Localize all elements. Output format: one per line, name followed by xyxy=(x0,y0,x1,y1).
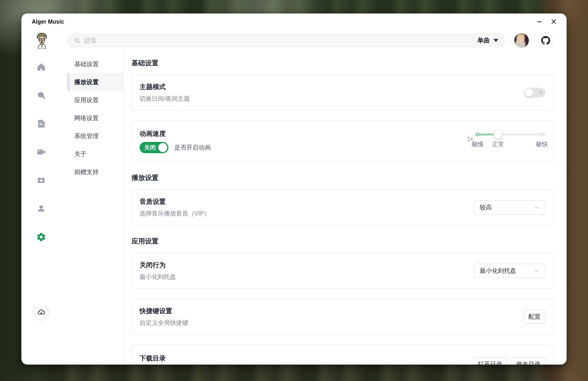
theme-toggle[interactable] xyxy=(524,88,546,98)
nav-mv[interactable] xyxy=(36,147,46,157)
audio-quality-card: 音质设置 选择音乐播放音质（VIP） 较高 xyxy=(131,189,554,225)
settings-content: 基础设置 主题模式 切换日间/夜间主题 动画速度 xyxy=(124,51,567,364)
close-behavior-title: 关闭行为 xyxy=(140,261,176,270)
minimize-icon xyxy=(536,18,543,25)
video-icon xyxy=(36,147,46,157)
settings-gear-icon xyxy=(36,232,46,242)
user-icon xyxy=(36,204,46,214)
open-directory-button[interactable]: 打开目录 xyxy=(473,357,507,364)
nav-home[interactable] xyxy=(36,62,46,72)
close-button[interactable] xyxy=(550,18,558,25)
search-type-label: 单曲 xyxy=(477,36,490,45)
nav-favorites[interactable] xyxy=(36,175,46,185)
search-bar[interactable]: 单曲 xyxy=(67,34,505,47)
slider-mark-fast: 极快 xyxy=(536,140,548,148)
close-icon xyxy=(551,19,557,25)
animation-speed-slider: 1x 极慢 正常 极快 xyxy=(467,130,546,148)
close-behavior-select[interactable]: 最小化到托盘 xyxy=(474,264,546,278)
menu-item-basic[interactable]: 基础设置 xyxy=(67,55,123,73)
sun-icon xyxy=(538,90,544,95)
animation-switch[interactable]: 关闭 xyxy=(140,142,168,153)
main-area: 基础设置 播放设置 应用设置 网络设置 系统管理 关于 捐赠支持 基础设置 主题… xyxy=(21,51,567,364)
audio-quality-select[interactable]: 较高 xyxy=(474,200,546,215)
chevron-down-icon xyxy=(534,205,540,210)
github-button[interactable] xyxy=(538,33,553,48)
user-avatar[interactable] xyxy=(514,33,529,48)
animation-switch-label: 关闭 xyxy=(144,144,156,152)
menu-item-about[interactable]: 关于 xyxy=(67,145,123,163)
minimize-button[interactable] xyxy=(536,18,543,25)
menu-item-network[interactable]: 网络设置 xyxy=(67,109,123,127)
change-directory-button[interactable]: 修改目录 xyxy=(511,357,546,364)
audio-quality-title: 音质设置 xyxy=(140,197,210,206)
search-icon xyxy=(74,37,81,44)
animation-switch-knob[interactable] xyxy=(158,143,167,152)
hotkey-title: 快捷键设置 xyxy=(140,306,188,316)
slider-mark-normal: 正常 xyxy=(492,140,504,148)
slider-mark-slow: 极慢 xyxy=(472,140,484,148)
download-dir-card: 下载目录 打开目录 修改目录 xyxy=(131,344,554,364)
download-manager-button[interactable] xyxy=(34,305,49,320)
home-icon xyxy=(36,62,46,72)
theme-mode-desc: 切换日间/夜间主题 xyxy=(140,95,190,103)
github-icon xyxy=(541,36,550,45)
window-controls xyxy=(536,18,558,25)
app-logo xyxy=(35,32,48,49)
search-type-selector[interactable]: 单曲 xyxy=(477,36,498,45)
settings-menu: 基础设置 播放设置 应用设置 网络设置 系统管理 关于 捐赠支持 xyxy=(61,51,124,364)
audio-quality-desc: 选择音乐播放音质（VIP） xyxy=(140,210,210,217)
animation-speed-title: 动画速度 xyxy=(140,129,211,138)
search-nav-icon xyxy=(36,90,46,100)
slider-start-dot xyxy=(476,133,480,136)
hotkey-config-button[interactable]: 配置 xyxy=(523,310,546,324)
slider-end-dot xyxy=(541,133,544,136)
close-behavior-value: 最小化到托盘 xyxy=(480,267,534,275)
chevron-down-icon xyxy=(534,268,540,274)
animation-speed-card: 动画速度 关闭 是否开启动画 1x xyxy=(131,121,554,162)
section-heading-application: 应用设置 xyxy=(131,236,554,246)
nav-documents[interactable] xyxy=(36,119,46,129)
animation-switch-desc: 是否开启动画 xyxy=(174,144,211,152)
document-icon xyxy=(37,119,46,128)
title-bar: Alger Music xyxy=(21,14,567,30)
caret-down-icon xyxy=(493,39,498,42)
nav-rail xyxy=(21,51,61,364)
nav-search[interactable] xyxy=(36,90,46,100)
theme-toggle-knob[interactable] xyxy=(525,88,533,97)
hotkey-card: 快捷键设置 自定义全局快捷键 配置 xyxy=(131,299,554,335)
nav-user[interactable] xyxy=(36,204,46,214)
menu-item-playback[interactable]: 播放设置 xyxy=(67,73,123,91)
audio-quality-value: 较高 xyxy=(480,203,534,211)
theme-mode-card: 主题模式 切换日间/夜间主题 xyxy=(131,75,554,111)
hotkey-desc: 自定义全局快捷键 xyxy=(140,319,188,327)
search-input[interactable] xyxy=(84,37,477,44)
slider-knob[interactable] xyxy=(494,130,502,139)
menu-item-system[interactable]: 系统管理 xyxy=(67,127,123,145)
menu-item-application[interactable]: 应用设置 xyxy=(67,91,123,109)
nav-settings[interactable] xyxy=(36,232,46,242)
menu-item-donate[interactable]: 捐赠支持 xyxy=(67,163,123,181)
header: 单曲 xyxy=(21,30,567,51)
theme-mode-title: 主题模式 xyxy=(140,83,190,92)
section-heading-basic: 基础设置 xyxy=(131,58,554,68)
app-title: Alger Music xyxy=(32,19,64,25)
download-dir-title: 下载目录 xyxy=(140,354,166,363)
cloud-download-icon xyxy=(37,308,45,317)
app-window: Alger Music xyxy=(21,14,567,364)
close-behavior-desc: 最小化到托盘 xyxy=(140,273,176,281)
ticket-star-icon xyxy=(36,175,46,185)
close-behavior-card: 关闭行为 最小化到托盘 最小化到托盘 xyxy=(131,253,554,289)
section-heading-playback: 播放设置 xyxy=(131,173,554,183)
